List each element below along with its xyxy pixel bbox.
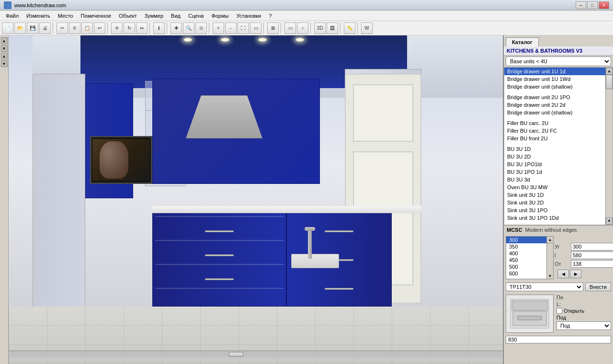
rotate-button[interactable]: ↻ bbox=[124, 23, 135, 34]
paste-button[interactable]: 📋 bbox=[81, 23, 93, 34]
arrow-left-button[interactable]: ◀ bbox=[557, 270, 569, 278]
list-item-10[interactable]: BU 3U 2D bbox=[504, 153, 605, 160]
size-scroll-track[interactable] bbox=[547, 243, 553, 261]
ceiling-light-1 bbox=[183, 38, 192, 42]
scrollbar-up-arrow[interactable]: ▲ bbox=[606, 68, 613, 75]
list-item-16[interactable]: Sink unit 3U 2D bbox=[504, 199, 605, 206]
mirror-button[interactable]: ⇔ bbox=[136, 23, 148, 34]
pod-select[interactable]: Под bbox=[556, 321, 611, 330]
list-item-14[interactable]: Oven BU 3U MW bbox=[504, 183, 605, 191]
select-button[interactable]: ⊠ bbox=[267, 23, 279, 34]
save-button[interactable]: 💾 bbox=[27, 23, 38, 34]
h-scroll-thumb[interactable] bbox=[229, 352, 243, 357]
open-button[interactable]: 📂 bbox=[14, 23, 26, 34]
zoom-fit-button[interactable]: ⛶ bbox=[238, 23, 249, 34]
left-btn-2[interactable]: ▼ bbox=[1, 45, 8, 52]
list-item-7[interactable]: Filler BU carc. 2U FC bbox=[504, 127, 605, 135]
menu-item-помеченное[interactable]: Помеченное bbox=[77, 12, 115, 20]
h-scrollbar[interactable] bbox=[9, 351, 503, 357]
preview-box bbox=[506, 295, 554, 333]
undo-button[interactable]: ↩ bbox=[94, 23, 105, 34]
insert-button[interactable]: Внести bbox=[585, 283, 611, 291]
zoom-window-button[interactable]: ▭ bbox=[250, 23, 261, 34]
left-btn-3[interactable]: ▲ bbox=[1, 53, 8, 59]
menu-item-файл[interactable]: Файл bbox=[2, 12, 23, 20]
rect-button[interactable]: ▭ bbox=[284, 23, 296, 34]
list-item-4[interactable]: Bridge drawer unit 2U 2d bbox=[504, 101, 605, 109]
handle-r1 bbox=[325, 230, 353, 232]
scrollbar-thumb[interactable] bbox=[606, 75, 613, 89]
menu-item-объект[interactable]: Объект bbox=[115, 12, 140, 20]
zoom-in2-button[interactable]: + bbox=[213, 23, 224, 34]
handle-1 bbox=[205, 230, 234, 232]
l-input[interactable] bbox=[571, 251, 613, 259]
menu-item-изменить[interactable]: Изменить bbox=[23, 12, 54, 20]
list-item-6[interactable]: Filler BU carc. 2U bbox=[504, 119, 605, 127]
list-item-18[interactable]: Sink unit 3U 1PO 1Dd bbox=[504, 214, 605, 222]
list-item-13[interactable]: BU 3U 3d bbox=[504, 176, 605, 183]
3d-view-button[interactable]: 3D bbox=[314, 23, 326, 34]
scrollbar-track[interactable] bbox=[606, 75, 613, 217]
pe-label: Пе bbox=[556, 295, 611, 300]
scrollbar-down-arrow[interactable]: ▼ bbox=[606, 217, 613, 225]
ot-label: От bbox=[555, 261, 569, 267]
print-button[interactable]: 🖨 bbox=[39, 23, 51, 34]
list-item-3[interactable]: Bridge drawer unit 2U 1PO bbox=[504, 93, 605, 101]
size-scroll-down[interactable]: ▼ bbox=[547, 261, 553, 279]
new-button[interactable]: 📄 bbox=[2, 23, 13, 34]
menu-item-вид[interactable]: Вид bbox=[167, 12, 184, 20]
zoom-reset-button[interactable]: ⊙ bbox=[195, 23, 207, 34]
menu-item-?[interactable]: ? bbox=[265, 12, 275, 20]
ug-input[interactable] bbox=[571, 243, 613, 250]
menu-item-место[interactable]: Место bbox=[54, 12, 77, 20]
render-button[interactable]: 🖼 bbox=[327, 23, 338, 34]
menu-item-зуммер[interactable]: Зуммер bbox=[141, 12, 167, 20]
open-checkbox[interactable] bbox=[556, 308, 562, 314]
counter-top bbox=[152, 206, 421, 213]
copy-button[interactable]: ⎘ bbox=[69, 23, 80, 34]
left-btn-4[interactable]: ▼ bbox=[1, 60, 8, 67]
close-button[interactable]: ✕ bbox=[599, 1, 609, 9]
ceiling-light-4 bbox=[295, 38, 304, 42]
category-select[interactable]: Base units < 4U bbox=[506, 57, 611, 66]
ot-input[interactable] bbox=[571, 260, 613, 268]
cut-button[interactable]: ✂ bbox=[57, 23, 68, 34]
drawer-line-3 bbox=[155, 264, 284, 265]
list-item-11[interactable]: BU 3U 1PO1ld bbox=[504, 160, 605, 168]
maximize-button[interactable]: □ bbox=[587, 1, 598, 9]
list-item-5[interactable]: Bridge drawer unit (shallow) bbox=[504, 109, 605, 116]
zoom-in-button[interactable]: 🔍 bbox=[183, 23, 194, 34]
arrow-right-button[interactable]: ▶ bbox=[570, 270, 581, 278]
move-button[interactable]: ✛ bbox=[111, 23, 123, 34]
pan-button[interactable]: ✚ bbox=[170, 23, 182, 34]
left-wall-cabinet bbox=[33, 74, 85, 337]
list-item-17[interactable]: Sink unit 3U 1PO bbox=[504, 206, 605, 214]
list-item-12[interactable]: BU 3U 1PO 1d bbox=[504, 168, 605, 176]
size-scroll-up[interactable]: ▲ bbox=[547, 237, 553, 243]
left-btn-1[interactable]: ▲ bbox=[1, 37, 8, 44]
zoom-out-button[interactable]: - bbox=[225, 23, 237, 34]
catalog-tab[interactable]: Каталог bbox=[506, 37, 539, 46]
menu-item-формы[interactable]: Формы bbox=[207, 12, 232, 20]
list-item-8[interactable]: Filler BU front 2U bbox=[504, 135, 605, 142]
measure-button[interactable]: 📏 bbox=[344, 23, 355, 34]
menu-item-сцена[interactable]: Сцена bbox=[184, 12, 207, 20]
ug-label: Уг bbox=[555, 244, 569, 250]
open-label: Открыть bbox=[564, 308, 584, 314]
list-item-2[interactable]: Bridge drawer unit (shallow) bbox=[504, 83, 605, 91]
menu-item-установки[interactable]: Установки bbox=[232, 12, 265, 20]
viewport[interactable] bbox=[9, 35, 503, 364]
ot-row: От bbox=[555, 260, 613, 268]
info-button[interactable]: ℹ bbox=[153, 23, 165, 34]
list-item-15[interactable]: Sink unit 3U 1D bbox=[504, 191, 605, 199]
list-item-0[interactable]: Bridge drawer unit 1U 1d bbox=[504, 68, 605, 75]
right-panel: Каталог KITCHENS & BATHROOMS V3 Base uni… bbox=[503, 35, 613, 364]
ceiling-light-3 bbox=[258, 38, 267, 42]
list-item-1[interactable]: Bridge drawer unit 1U 1Wd bbox=[504, 75, 605, 83]
minimize-button[interactable]: ─ bbox=[576, 1, 586, 9]
circle-button[interactable]: ○ bbox=[297, 23, 308, 34]
text-button[interactable]: W bbox=[361, 23, 373, 34]
variant-select[interactable]: TP11T30 bbox=[506, 283, 583, 291]
preview-area: Пе L: Открыть Под Под bbox=[504, 293, 613, 335]
list-item-9[interactable]: BU 3U 1D bbox=[504, 145, 605, 153]
